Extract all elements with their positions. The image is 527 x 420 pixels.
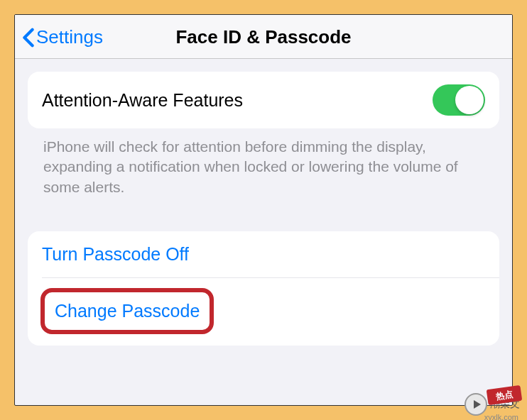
watermark-url: xyxlk.com xyxy=(484,413,518,420)
attention-group: Attention-Aware Features xyxy=(28,72,499,128)
passcode-group: Turn Passcode Off Change Passcode xyxy=(28,231,499,346)
chevron-left-icon xyxy=(22,28,35,48)
navbar: Settings Face ID & Passcode xyxy=(15,15,512,59)
turn-passcode-off-row[interactable]: Turn Passcode Off xyxy=(28,231,499,277)
turn-passcode-off-label: Turn Passcode Off xyxy=(42,244,189,265)
change-passcode-row[interactable]: Change Passcode xyxy=(28,278,499,346)
attention-aware-row[interactable]: Attention-Aware Features xyxy=(28,72,499,128)
attention-aware-label: Attention-Aware Features xyxy=(42,90,243,111)
back-label: Settings xyxy=(36,26,103,48)
highlight-annotation: Change Passcode xyxy=(40,288,214,334)
attention-aware-toggle[interactable] xyxy=(433,84,485,116)
settings-screen: Settings Face ID & Passcode Attention-Aw… xyxy=(14,14,513,406)
toggle-knob xyxy=(455,86,484,114)
attention-footer-text: iPhone will check for attention before d… xyxy=(28,128,499,197)
back-button[interactable]: Settings xyxy=(22,26,103,48)
content: Attention-Aware Features iPhone will che… xyxy=(15,59,512,346)
change-passcode-label: Change Passcode xyxy=(55,301,200,321)
